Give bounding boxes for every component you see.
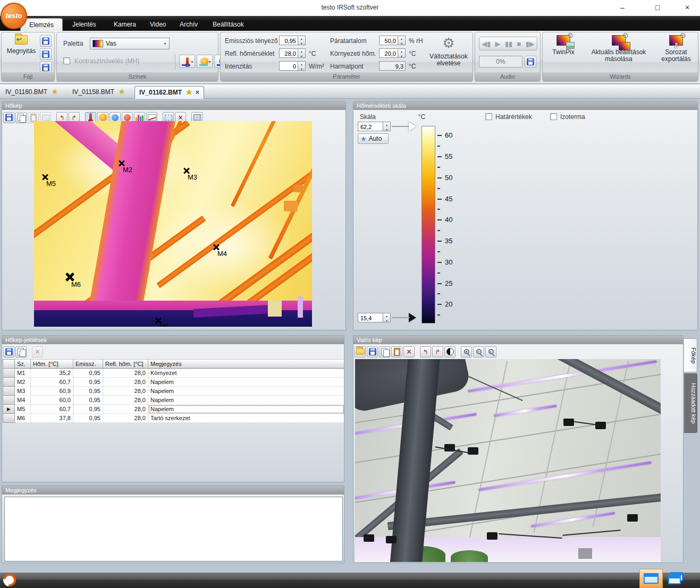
table-row-m3[interactable]: M3 60,9 0,95 28,0 Napelem [3, 387, 344, 396]
spin-down-icon[interactable]: ▼ [383, 127, 390, 132]
rotate-left-button[interactable]: ↰ [420, 346, 431, 357]
copy-photo-button[interactable] [379, 346, 390, 357]
audio-prev-button[interactable]: ◀▮ [482, 40, 491, 48]
palette-dropdown[interactable]: Vas ▼ [90, 38, 170, 49]
cell-refl[interactable]: 28,0 [103, 405, 148, 414]
zoom-out-button[interactable]: − [473, 346, 484, 357]
ambient-spinner[interactable]: ▲▼ [398, 48, 406, 58]
save-as-button[interactable] [40, 48, 52, 60]
audio-stop-button[interactable]: ■ [517, 40, 521, 48]
intensity-spinner[interactable]: ▲▼ [298, 61, 306, 71]
close-button[interactable]: × [675, 0, 699, 15]
scale-min-input[interactable] [358, 313, 383, 322]
tab-added-image[interactable]: Hozzáadott kép [684, 373, 697, 433]
cell-emiss[interactable]: 0,95 [73, 396, 103, 405]
cell-note[interactable]: Napelem [148, 396, 344, 405]
cell-temp[interactable]: 37,8 [31, 414, 73, 423]
thermal-marker-m2[interactable]: M2 [118, 159, 125, 167]
save-photo-button[interactable] [367, 346, 378, 357]
spin-up-icon[interactable]: ▲ [383, 313, 390, 318]
audio-play-button[interactable]: ▶ [495, 40, 501, 48]
cell-sz[interactable]: M4 [15, 396, 31, 405]
table-row-m1[interactable]: M1 35,2 0,95 28,0 Környezet [3, 369, 344, 378]
cell-temp[interactable]: 60,7 [31, 378, 73, 387]
row-selector[interactable] [3, 396, 15, 405]
thermal-marker-m6[interactable]: M6 [65, 272, 75, 282]
cell-note[interactable]: Napelem [148, 405, 344, 414]
single-view-button[interactable] [639, 569, 663, 588]
tab-beallitasok[interactable]: Beállítások [204, 18, 252, 31]
limits-checkbox[interactable] [485, 113, 492, 120]
series-export-button[interactable]: ⚙ ⇩ Sorozat exportálás [656, 35, 696, 63]
minimize-button[interactable]: – [610, 0, 635, 15]
spin-up-icon[interactable]: ▲ [383, 122, 390, 127]
cell-sz[interactable]: M3 [15, 387, 31, 396]
cell-sz[interactable]: M6 [15, 414, 31, 423]
cell-temp[interactable]: 60,9 [31, 387, 73, 396]
emissivity-input[interactable] [279, 36, 298, 45]
delete-photo-button[interactable]: × [403, 346, 415, 357]
export-table-button[interactable] [3, 346, 14, 357]
contrast-button[interactable] [444, 346, 456, 357]
refl-spinner[interactable]: ▲▼ [298, 48, 306, 58]
humidity-input[interactable] [379, 36, 398, 45]
contrast-checkbox[interactable] [63, 57, 70, 64]
paste-photo-button[interactable] [391, 346, 402, 357]
cell-note[interactable]: Napelem [148, 378, 344, 387]
col-note[interactable]: Megjegyzés [148, 359, 344, 369]
rotate-right-button[interactable]: ↱ [432, 346, 443, 357]
doc-tab-iv01160[interactable]: IV_01160.BMT★ [1, 86, 62, 99]
zoom-in-button[interactable]: + [461, 346, 472, 357]
copy-settings-button[interactable]: ⚙ Aktuális beállítások másolása [583, 35, 654, 63]
hot-palette-button[interactable]: ▼ [197, 55, 213, 68]
emissivity-spinner[interactable]: ▲▼ [298, 36, 306, 45]
cell-sz[interactable]: M1 [15, 369, 31, 378]
scale-auto-button[interactable]: ★ Auto [358, 133, 389, 144]
thermal-image[interactable]: M1 M2 M3 M4 M5 M6 [34, 121, 312, 327]
open-photo-button[interactable] [355, 346, 366, 357]
scale-max-spinner[interactable]: ▲▼ [383, 122, 391, 131]
spin-up-icon[interactable]: ▲ [398, 36, 405, 41]
cell-temp[interactable]: 60,7 [31, 405, 73, 414]
twinpix-button[interactable]: ⚙ TwinPix [547, 35, 580, 56]
thermal-marker-m4[interactable]: M4 [213, 243, 220, 251]
spin-up-icon[interactable]: ▲ [298, 36, 305, 41]
cell-emiss[interactable]: 0,95 [73, 378, 103, 387]
cell-note[interactable]: Környezet [148, 369, 344, 378]
doc-tab-iv01158[interactable]: IV_01158.BMT★ [68, 86, 129, 99]
discard-changes-button[interactable]: ⚙ Változtatások elvetése [425, 35, 472, 67]
row-selector[interactable] [3, 387, 15, 396]
cell-emiss[interactable]: 0,95 [73, 414, 103, 423]
temp-marker-palette-button[interactable]: ▼ [179, 55, 195, 68]
close-tab-icon[interactable]: × [196, 89, 199, 96]
cell-refl[interactable]: 28,0 [103, 378, 148, 387]
humidity-spinner[interactable]: ▲▼ [398, 36, 406, 45]
copy-image-button[interactable] [15, 112, 27, 123]
spin-up-icon[interactable]: ▲ [298, 49, 305, 54]
zoom-fit-button[interactable]: ▪ [485, 346, 496, 357]
spin-down-icon[interactable]: ▼ [398, 54, 405, 58]
row-selector[interactable] [3, 378, 15, 387]
thermal-marker-m1[interactable]: M1 [155, 317, 162, 324]
spin-up-icon[interactable]: ▲ [398, 49, 405, 54]
table-row-m6[interactable]: M6 37,8 0,95 28,0 Tartó szerkezet [3, 414, 344, 423]
ambient-input[interactable] [379, 48, 398, 58]
table-row-m2[interactable]: M2 60,7 0,95 28,0 Napelem [3, 378, 344, 387]
save-button[interactable] [40, 35, 52, 47]
tab-video[interactable]: Video [141, 18, 174, 31]
open-button[interactable]: ↩ Megnyitás [6, 35, 37, 55]
cell-refl[interactable]: 28,0 [103, 396, 148, 405]
spin-down-icon[interactable]: ▼ [298, 54, 305, 58]
row-selector-active[interactable]: ▶ [3, 405, 15, 414]
audio-save-button[interactable] [525, 56, 536, 67]
isotherm-checkbox[interactable] [550, 113, 557, 120]
tab-main-image[interactable]: Főkép [684, 338, 697, 372]
cell-emiss[interactable]: 0,95 [73, 405, 103, 414]
cell-emiss[interactable]: 0,95 [73, 387, 103, 396]
row-selector[interactable] [3, 369, 15, 378]
audio-pause-button[interactable]: ▮▮ [505, 40, 512, 48]
scale-max-handle[interactable] [409, 122, 421, 131]
tab-elemzes[interactable]: Elemzés [20, 18, 63, 31]
cell-note[interactable]: Tartó szerkezet [148, 414, 344, 423]
cell-sz[interactable]: M2 [15, 378, 31, 387]
